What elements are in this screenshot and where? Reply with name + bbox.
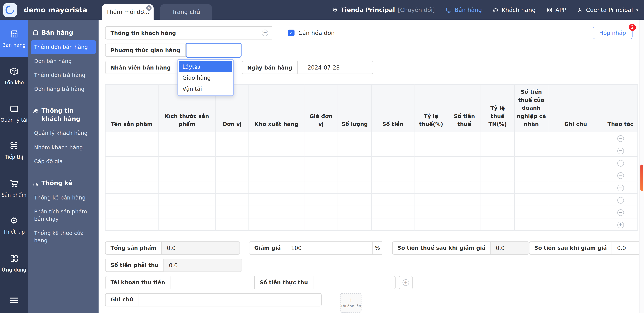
draft-box-button[interactable]: Hộp nháp 2 [593, 27, 632, 39]
sidebar-item-customer-management[interactable]: Quản lý khách hàng [31, 126, 96, 141]
collapse-menu-button[interactable] [0, 287, 28, 313]
primary-nav: Bán hàng Tồn kho Quản lý tài ⌘ Tiếp thị … [0, 20, 28, 313]
table-row: − [105, 181, 638, 193]
scrollbar-thumb[interactable] [640, 165, 643, 191]
wallet-icon [9, 104, 18, 113]
app-window: demo mayorista Thêm mới đơ... ✕ Trang ch… [0, 0, 644, 313]
vertical-scrollbar[interactable] [639, 20, 644, 313]
invoice-checkbox-label: Cần hóa đơn [298, 30, 335, 36]
col-tn-tax-rate: Tỷ lệ thuế TN(%) [481, 85, 514, 132]
nav-item-products[interactable]: Sản phẩm [0, 169, 28, 207]
sidebar-item-add-sale-order[interactable]: Thêm đơn bán hàng [31, 40, 96, 54]
add-row-icon[interactable]: + [617, 222, 624, 228]
note-input[interactable] [138, 293, 321, 306]
col-tax-amount: Số tiền thuế [448, 85, 481, 132]
payment-account-input[interactable] [170, 276, 254, 288]
nav-item-sales[interactable]: Bán hàng [0, 20, 28, 57]
invoice-checkbox-wrap[interactable]: ✓ Cần hóa đơn [288, 30, 335, 36]
sidebar-item-price-levels[interactable]: Cấp độ giá [31, 155, 96, 169]
remove-row-icon[interactable]: − [617, 160, 624, 167]
dropdown-option-pickup[interactable]: Lấyเอง [179, 61, 232, 72]
row-action-cell: − [603, 181, 638, 193]
tab-home[interactable]: Trang chủ [160, 4, 212, 20]
store-switch-link[interactable]: [Chuyển đổi] [398, 7, 435, 13]
menu-sales[interactable]: Bán hàng [446, 7, 482, 13]
command-icon: ⌘ [10, 142, 18, 151]
remove-row-icon[interactable]: − [617, 172, 624, 179]
dropdown-option-delivery[interactable]: Giao hàng [179, 72, 232, 83]
received-amount-input[interactable] [313, 276, 395, 288]
close-icon[interactable]: ✕ [146, 5, 152, 11]
delivery-method-input[interactable] [186, 43, 242, 58]
col-tax-rate: Tỷ lệ thuế(%) [414, 85, 448, 132]
staff-label: Nhân viên bán hàng [106, 61, 176, 74]
sidebar-item-sales-statistics[interactable]: Thống kê bán hàng [31, 191, 96, 205]
cart-icon [9, 179, 18, 188]
col-quantity: Số lượng [338, 85, 372, 132]
sidebar-item-store-statistics[interactable]: Thống kê theo cửa hàng [31, 226, 96, 248]
upload-image-button[interactable]: + Tải ảnh lên [340, 293, 362, 312]
sale-date-label: Ngày bán hàng [242, 61, 297, 74]
payment-group: Tài khoản thu tiền Số tiền thực thu [105, 276, 396, 289]
nav-item-finance[interactable]: Quản lý tài [0, 95, 28, 132]
note-label: Ghi chú [106, 293, 138, 306]
remove-row-icon[interactable]: − [617, 148, 624, 154]
sidebar-item-add-return-order[interactable]: Thêm đơn trả hàng [31, 68, 96, 82]
remove-row-icon[interactable]: − [617, 209, 624, 216]
topbar: demo mayorista Thêm mới đơ... ✕ Trang ch… [0, 0, 644, 20]
table-row: − [105, 144, 638, 156]
nav-item-settings[interactable]: ⚙ Thiết lập [0, 207, 28, 244]
sale-date-input[interactable]: 2024-07-28 [297, 61, 373, 74]
app-grid-icon [546, 7, 552, 13]
menu-account[interactable]: Cuenta Principal ▾ [577, 7, 638, 13]
col-unit-price: Giá đơn vị [304, 85, 338, 132]
nav-item-inventory[interactable]: Tồn kho [0, 57, 28, 95]
menu-app[interactable]: APP [546, 7, 566, 13]
delivery-group: Phương thức giao hàng [105, 44, 186, 57]
row-action-cell: + [603, 218, 638, 230]
sidebar-section-statistics: Thống kê Thống kê bán hàng Phân tích sản… [31, 176, 96, 248]
draft-box-label: Hộp nháp [599, 30, 626, 36]
menu-customers[interactable]: Khách hàng [493, 7, 536, 13]
receivable-value: 0.0 [164, 259, 242, 271]
sidebar-item-bestseller-analysis[interactable]: Phân tích sản phẩm bán chạy [31, 205, 96, 226]
remove-row-icon[interactable]: − [617, 135, 624, 142]
customer-input[interactable] [181, 27, 257, 39]
store-name: Tienda Principal [341, 7, 395, 13]
store-selector[interactable]: Tienda Principal [Chuyển đổi] [332, 7, 435, 13]
remove-row-icon[interactable]: − [617, 197, 624, 203]
row-action-cell: − [603, 169, 638, 181]
sidebar-item-return-orders[interactable]: Đơn hàng trả hàng [31, 82, 96, 96]
nav-item-apps[interactable]: Ứng dụng [0, 244, 28, 282]
discount-input[interactable]: 100 [286, 242, 372, 254]
add-customer-button[interactable]: + [257, 27, 273, 39]
secondary-sidebar: Bán hàng Thêm đơn bán hàng Đơn bán hàng … [28, 20, 98, 313]
bar-chart-icon [32, 180, 38, 186]
table-row: − [105, 156, 638, 169]
table-row: − [105, 169, 638, 181]
table-row: − [105, 132, 638, 144]
dropdown-option-transport[interactable]: Vận tải [179, 83, 232, 94]
amount-after-discount-input[interactable]: 0.0 [612, 242, 639, 254]
sidebar-section-title: Bán hàng [31, 26, 96, 40]
hamburger-icon [8, 295, 19, 305]
sidebar-section-title: Thống kê [31, 176, 96, 191]
sidebar-item-sale-orders[interactable]: Đơn bán hàng [31, 54, 96, 68]
customer-row: Thông tin khách hàng + ✓ Cần hóa đơn Hộp… [105, 26, 638, 40]
col-personal-business-tax: Số tiền thuế của doanh nghiệp cá nhân [514, 85, 548, 132]
percent-suffix: % [372, 242, 383, 254]
sidebar-section-title: Thông tin khách hàng [31, 104, 96, 126]
sidebar-item-customer-groups[interactable]: Nhóm khách hàng [31, 141, 96, 155]
row-action-cell: − [603, 156, 638, 169]
tab-new-order[interactable]: Thêm mới đơ... ✕ [102, 4, 154, 20]
app-logo[interactable] [0, 3, 20, 17]
add-payment-button[interactable]: + [399, 276, 413, 289]
tab-label: Trang chủ [172, 9, 200, 15]
nav-item-marketing[interactable]: ⌘ Tiếp thị [0, 132, 28, 169]
checkbox-checked-icon[interactable]: ✓ [288, 30, 294, 36]
menu-account-label: Cuenta Principal [586, 7, 633, 13]
remove-row-icon[interactable]: − [617, 185, 624, 191]
tax-after-discount-value: 0.0 [490, 242, 529, 254]
order-form-panel: Thông tin khách hàng + ✓ Cần hóa đơn Hộp… [99, 20, 639, 313]
table-row: + [105, 218, 638, 230]
